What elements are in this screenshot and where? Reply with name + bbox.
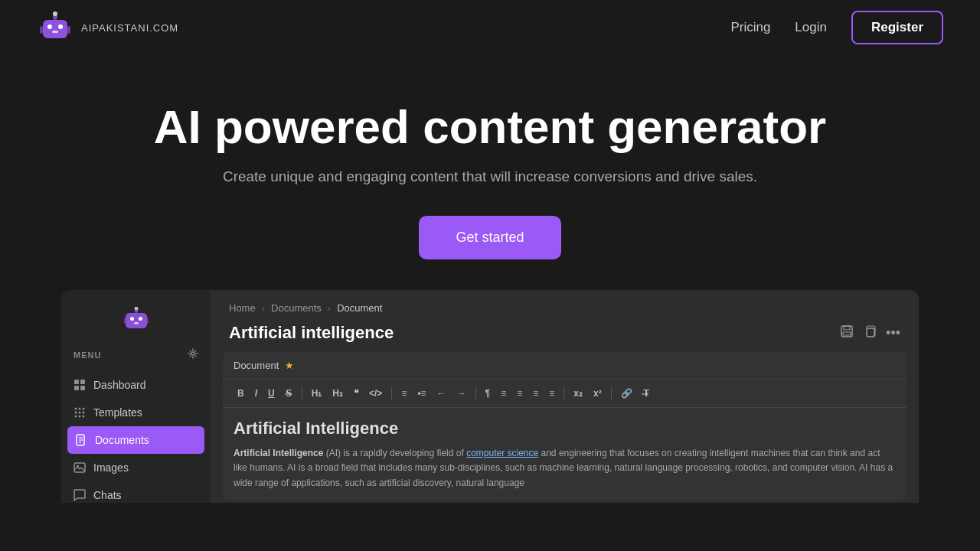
svg-point-5 — [53, 11, 57, 16]
toolbar-subscript[interactable]: x₂ — [570, 386, 586, 401]
svg-rect-10 — [139, 317, 142, 321]
sidebar-logo — [61, 302, 211, 336]
toolbar-clear-format[interactable]: T̶ — [639, 386, 653, 401]
svg-rect-0 — [43, 20, 67, 38]
svg-rect-9 — [130, 317, 134, 321]
toolbar-align-center[interactable]: ≡ — [513, 386, 526, 401]
svg-rect-14 — [124, 318, 126, 324]
toolbar-sep-2 — [391, 387, 392, 399]
svg-rect-7 — [67, 26, 70, 34]
breadcrumb-sep-1: › — [262, 302, 265, 314]
toolbar-sep-3 — [475, 387, 476, 399]
toolbar-blockquote[interactable]: ❝ — [350, 386, 362, 401]
svg-rect-17 — [74, 380, 79, 384]
save-icon[interactable] — [840, 324, 854, 342]
breadcrumb-sep-2: › — [328, 302, 331, 314]
toolbar-underline[interactable]: U — [264, 386, 279, 401]
sidebar-item-templates[interactable]: Templates — [61, 399, 211, 426]
breadcrumb-home[interactable]: Home — [229, 302, 256, 314]
register-button[interactable]: Register — [851, 11, 943, 44]
svg-point-29 — [83, 416, 85, 418]
doc-title-bar: Artificial intelligence ••• — [211, 320, 919, 352]
toolbar-bullet-list[interactable]: •≡ — [413, 386, 430, 401]
login-link[interactable]: Login — [795, 20, 827, 35]
toolbar-sep-5 — [611, 387, 612, 399]
svg-point-28 — [79, 416, 81, 418]
toolbar-align-right[interactable]: ≡ — [529, 386, 542, 401]
doc-title-actions: ••• — [840, 324, 900, 342]
toolbar-link[interactable]: 🔗 — [617, 386, 636, 401]
svg-point-27 — [75, 416, 77, 418]
toolbar-ordered-list[interactable]: ≡ — [397, 386, 410, 401]
editor-text-1: (AI) is a rapidly developing field of — [323, 448, 466, 458]
hero-subtitle: Create unique and engaging content that … — [15, 168, 965, 185]
logo-icon — [37, 9, 74, 46]
image-icon — [74, 461, 86, 474]
toolbar-outdent[interactable]: ← — [433, 386, 450, 401]
hero-title: AI powered content generator — [15, 101, 965, 153]
editor-text-bold: Artificial Intelligence — [234, 448, 323, 458]
nav-links: Pricing Login Register — [730, 11, 943, 44]
sidebar-item-chats[interactable]: Chats — [61, 481, 211, 503]
toolbar-align-left[interactable]: ≡ — [497, 386, 510, 401]
pricing-link[interactable]: Pricing — [730, 20, 770, 35]
hero-section: AI powered content generator Create uniq… — [0, 55, 980, 290]
svg-rect-1 — [47, 24, 52, 29]
svg-rect-18 — [80, 380, 85, 384]
sidebar-item-chats-label: Chats — [93, 489, 122, 501]
logo-area: AIPAKISTANI.COM — [37, 9, 178, 46]
document-icon — [75, 434, 87, 446]
toolbar-h1[interactable]: H₁ — [308, 386, 326, 401]
toolbar-paragraph[interactable]: ¶ — [482, 386, 495, 401]
svg-rect-11 — [134, 322, 139, 324]
doc-title: Artificial intelligence — [229, 323, 394, 343]
get-started-button[interactable]: Get started — [419, 216, 560, 259]
toolbar-strikethrough[interactable]: S̶ — [282, 386, 296, 401]
svg-point-26 — [83, 412, 85, 414]
main-content: Home › Documents › Document Artificial i… — [211, 290, 919, 503]
svg-rect-39 — [867, 328, 874, 337]
toolbar-code[interactable]: </> — [365, 386, 386, 401]
svg-point-16 — [191, 352, 194, 355]
grid-icon — [74, 379, 86, 391]
menu-settings-icon[interactable] — [188, 348, 198, 362]
sidebar-item-documents-label: Documents — [95, 434, 149, 446]
svg-rect-3 — [52, 31, 58, 33]
breadcrumb-documents[interactable]: Documents — [271, 302, 322, 314]
sidebar: MENU Dashboard — [61, 290, 211, 503]
svg-rect-20 — [80, 386, 85, 390]
svg-rect-8 — [126, 313, 147, 328]
editor-doc-label: Document — [234, 360, 279, 371]
toolbar-indent[interactable]: → — [453, 386, 470, 401]
breadcrumb-current: Document — [337, 302, 382, 314]
editor-heading: Artificial Intelligence — [234, 419, 896, 439]
toolbar-sep-4 — [564, 387, 564, 399]
star-icon[interactable]: ★ — [285, 360, 294, 371]
sidebar-item-dashboard[interactable]: Dashboard — [61, 371, 211, 399]
editor-link[interactable]: computer science — [466, 448, 538, 458]
more-options-icon[interactable]: ••• — [886, 325, 900, 341]
toolbar: B I U S̶ H₁ H₂ ❝ </> ≡ •≡ ← → ¶ ≡ ≡ ≡ ≡ — [223, 380, 906, 408]
editor-header: Document ★ — [223, 352, 906, 380]
svg-point-22 — [79, 408, 81, 410]
svg-point-21 — [75, 408, 77, 410]
chat-icon — [74, 489, 86, 501]
svg-point-25 — [79, 412, 81, 414]
toolbar-sep-1 — [302, 387, 302, 399]
toolbar-align-justify[interactable]: ≡ — [545, 386, 558, 401]
toolbar-italic[interactable]: I — [251, 386, 261, 401]
sidebar-item-templates-label: Templates — [93, 406, 142, 419]
sidebar-item-images[interactable]: Images — [61, 454, 211, 481]
copy-icon[interactable] — [863, 324, 877, 342]
sidebar-item-dashboard-label: Dashboard — [93, 379, 146, 391]
sidebar-item-documents[interactable]: Documents — [67, 426, 204, 454]
toolbar-bold[interactable]: B — [234, 386, 248, 401]
editor-body: Artificial Intelligence Artificial Intel… — [223, 408, 906, 501]
editor-paragraph: Artificial Intelligence (AI) is a rapidl… — [234, 446, 896, 491]
menu-label: MENU — [74, 350, 101, 360]
svg-rect-38 — [843, 332, 851, 335]
toolbar-h2[interactable]: H₂ — [328, 386, 347, 401]
logo-text: AIPAKISTANI.COM — [81, 22, 178, 34]
breadcrumb: Home › Documents › Document — [211, 290, 919, 320]
toolbar-superscript[interactable]: x² — [590, 386, 606, 401]
